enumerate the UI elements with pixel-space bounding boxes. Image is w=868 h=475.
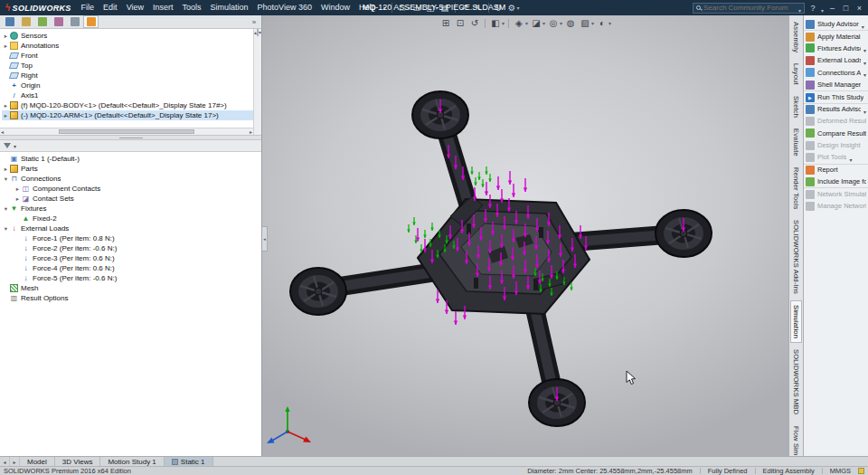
study-title-row[interactable]: Static 1 (-Default-) xyxy=(2,154,261,164)
hide-show-icon[interactable]: ◎ xyxy=(547,17,560,29)
study-item-force-4[interactable]: Force-4 (Per item: 0.6 N:) xyxy=(2,263,261,273)
expand-arrow-icon[interactable]: ▸ xyxy=(2,43,10,50)
cmd-shell-manager[interactable]: Shell Manager xyxy=(804,79,868,90)
tab-assembly[interactable]: Assembly xyxy=(790,17,802,57)
expand-arrow-icon[interactable]: ▸ xyxy=(14,185,22,193)
tab-solidworks-add-ins[interactable]: SOLIDWORKS Add-Ins xyxy=(790,215,802,299)
units-label[interactable]: MMGS xyxy=(830,467,851,475)
tab-model[interactable]: Model xyxy=(20,457,55,466)
tab-render-tools[interactable]: Render Tools xyxy=(790,163,802,214)
tab-solidworks-mbd[interactable]: SOLIDWORKS MBD xyxy=(790,345,802,419)
menu-file[interactable]: File xyxy=(77,0,99,15)
tab-scroll-right-icon[interactable]: ▸ xyxy=(10,457,20,466)
cmd-compare-results[interactable]: Compare Results xyxy=(804,128,868,139)
cmd-connections-advisor[interactable]: Connections Advi... xyxy=(804,67,868,79)
menu-window[interactable]: Window xyxy=(316,0,354,15)
cmd-external-loads-advisor[interactable]: External Loads Ad... xyxy=(804,54,868,66)
dropdown-caret-icon[interactable]: ▾ xyxy=(542,20,545,26)
graphics-area[interactable]: ⊞ ⊡ ↺ ◧ ▾ ◈ ▾ ◪ ▾ ◎ ▾ ◍ ▧ ▾ ◐ ▾ xyxy=(262,15,788,456)
tree-item-annotations[interactable]: ▸ Annotations xyxy=(2,41,261,51)
tab-evaluate[interactable]: Evaluate xyxy=(790,124,802,161)
dropdown-caret-icon[interactable]: ▾ xyxy=(525,20,528,26)
view-orientation-icon[interactable]: ◈ xyxy=(513,17,525,29)
display-style-icon[interactable]: ◪ xyxy=(530,17,542,29)
previous-view-icon[interactable]: ↺ xyxy=(468,17,481,29)
tab-simulation-study[interactable] xyxy=(83,15,99,28)
dropdown-caret-icon[interactable]: ▾ xyxy=(591,20,594,26)
panel-collapse-handle[interactable] xyxy=(262,226,268,252)
dropdown-caret-icon[interactable]: ▾ xyxy=(517,5,520,11)
community-search[interactable] xyxy=(693,3,805,14)
tab-static-1[interactable]: Static 1 xyxy=(165,457,213,466)
search-scope-caret-icon[interactable] xyxy=(798,0,801,16)
menu-simulation[interactable]: Simulation xyxy=(206,0,253,15)
study-item-fixed-2[interactable]: Fixed-2 xyxy=(2,214,261,223)
dropdown-caret-icon[interactable]: ▾ xyxy=(560,20,562,26)
filter-icon[interactable] xyxy=(4,143,11,148)
menu-view[interactable]: View xyxy=(122,0,148,15)
study-item-contact-sets[interactable]: ▸ Contact Sets xyxy=(2,194,261,204)
cmd-include-image-for-report[interactable]: Include Image for Re... xyxy=(804,176,868,187)
expand-arrow-icon[interactable]: ▸ xyxy=(2,166,10,173)
tree-item-body-component[interactable]: ▸ (f) MQD-120-BODY<1> (Default<<Default>… xyxy=(2,100,261,110)
expand-arrow-icon[interactable]: ▾ xyxy=(2,176,10,183)
tab-dimxpertmanager[interactable] xyxy=(51,15,66,28)
tab-motion-study-1[interactable]: Motion Study 1 xyxy=(100,457,164,466)
cmd-apply-material[interactable]: Apply Material xyxy=(804,30,868,42)
expand-arrow-icon[interactable]: ▸ xyxy=(2,112,10,119)
section-view-icon[interactable]: ◧ xyxy=(489,17,502,29)
feature-tree-hscrollbar[interactable]: ◂▸ xyxy=(0,128,253,135)
study-item-force-3[interactable]: Force-3 (Per item: 0.6 N:) xyxy=(2,253,261,263)
cmd-fixtures-advisor[interactable]: Fixtures Advisor xyxy=(804,43,868,54)
cmd-study-advisor[interactable]: Study Advisor xyxy=(804,18,868,30)
panel-splitter[interactable] xyxy=(0,136,261,140)
tab-featuremanager-tree[interactable] xyxy=(2,15,17,28)
study-item-component-contacts[interactable]: ▸ Component Contacts xyxy=(2,184,261,194)
tree-item-right-plane[interactable]: Right xyxy=(2,71,261,81)
tree-item-top-plane[interactable]: Top xyxy=(2,61,261,71)
study-item-fixtures[interactable]: ▾ Fixtures xyxy=(2,204,261,214)
expand-arrow-icon[interactable]: ▸ xyxy=(2,102,10,109)
tab-simulation[interactable]: Simulation xyxy=(790,300,802,343)
tree-item-sensors[interactable]: ▸ Sensors xyxy=(2,31,261,41)
tab-3d-views[interactable]: 3D Views xyxy=(55,457,101,466)
tree-item-origin[interactable]: Origin xyxy=(2,81,261,90)
help-icon[interactable]: ? xyxy=(808,4,817,13)
cmd-manage-network[interactable]: Manage Network xyxy=(804,200,868,212)
study-item-connections[interactable]: ▾ Connections xyxy=(2,174,261,184)
study-item-force-1[interactable]: Force-1 (Per item: 0.8 N:) xyxy=(2,233,261,243)
study-item-parts[interactable]: ▸ Parts xyxy=(2,164,261,174)
tab-propertymanager[interactable] xyxy=(18,15,33,28)
menu-edit[interactable]: Edit xyxy=(99,0,122,15)
expand-arrow-icon[interactable]: ▾ xyxy=(2,205,10,213)
status-tag-icon[interactable] xyxy=(858,468,864,474)
study-item-force-5[interactable]: Force-5 (Per item: -0.6 N:) xyxy=(2,273,261,283)
cmd-deformed-result[interactable]: Deformed Result xyxy=(804,115,868,127)
tree-item-front-plane[interactable]: Front xyxy=(2,51,261,61)
community-search-input[interactable] xyxy=(703,4,796,12)
cmd-results-advisor[interactable]: Results Advisor xyxy=(804,103,868,115)
scroll-thumb[interactable] xyxy=(59,129,194,134)
feature-tree-vscrollbar[interactable]: ▴▾ xyxy=(253,29,261,135)
zoom-area-icon[interactable]: ⊡ xyxy=(454,17,467,29)
menu-insert[interactable]: Insert xyxy=(148,0,178,15)
study-item-external-loads[interactable]: ▾ External Loads xyxy=(2,223,261,233)
cmd-run-this-study[interactable]: Run This Study xyxy=(804,90,868,102)
dropdown-caret-icon[interactable]: ▾ xyxy=(502,20,505,26)
menu-photoview360[interactable]: PhotoView 360 xyxy=(253,0,316,15)
apply-scene-icon[interactable]: ▧ xyxy=(579,17,591,29)
cmd-plot-tools[interactable]: Plot Tools xyxy=(804,151,868,163)
study-item-result-options[interactable]: Result Options xyxy=(2,293,261,303)
help-caret-icon[interactable] xyxy=(821,0,824,16)
cmd-network-simulation[interactable]: Network Simulation xyxy=(804,187,868,199)
study-item-mesh[interactable]: Mesh xyxy=(2,283,261,293)
tree-item-arm-component[interactable]: ▸ (-) MQD-120-ARM<1> (Default<<Default>_… xyxy=(2,110,261,120)
menu-tools[interactable]: Tools xyxy=(178,0,206,15)
view-settings-icon[interactable]: ◐ xyxy=(596,17,609,29)
filter-caret-icon[interactable]: ▾ xyxy=(14,143,16,149)
maximize-button[interactable] xyxy=(841,4,851,13)
minimize-button[interactable] xyxy=(827,4,837,13)
zoom-fit-icon[interactable]: ⊞ xyxy=(439,17,452,29)
panel-overflow-chevron-icon[interactable] xyxy=(249,18,259,26)
expand-arrow-icon[interactable]: ▸ xyxy=(14,195,22,203)
